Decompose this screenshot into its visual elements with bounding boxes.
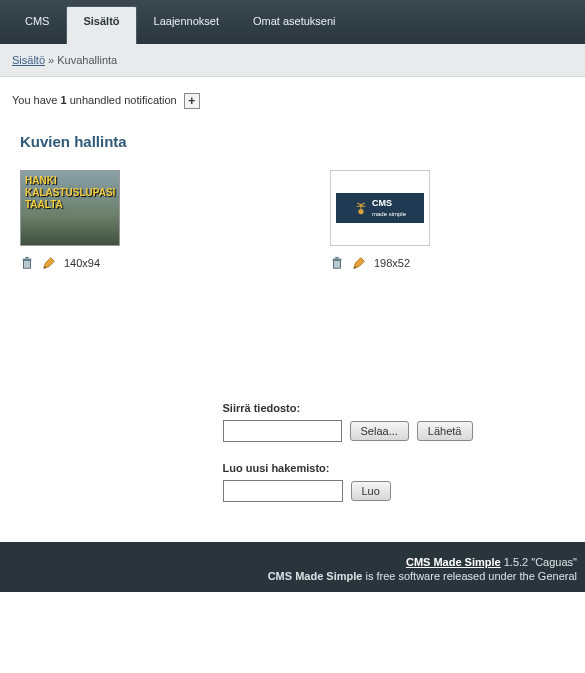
mkdir-submit-button[interactable]: Luo xyxy=(351,481,391,501)
tab-laajennokset[interactable]: Laajennokset xyxy=(137,0,236,44)
notif-expand-button[interactable]: + xyxy=(184,93,200,109)
upload-label: Siirrä tiedosto: xyxy=(223,402,473,414)
notification-bar: You have 1 unhandled notification + xyxy=(0,77,585,115)
svg-point-5 xyxy=(358,209,363,214)
thumb-item: HANKI KALASTUSLUPASI TAALTA 140x94 xyxy=(20,170,170,270)
tab-cms[interactable]: CMS xyxy=(8,0,66,44)
browse-button[interactable]: Selaa... xyxy=(350,421,409,441)
thumb-overlay-text: TAALTA xyxy=(25,199,63,210)
pencil-icon[interactable] xyxy=(42,256,56,270)
tab-sisalto[interactable]: Sisältö xyxy=(66,6,136,44)
svg-rect-6 xyxy=(334,260,341,268)
tab-omat[interactable]: Omat asetukseni xyxy=(236,0,353,44)
svg-rect-8 xyxy=(335,257,339,259)
thumb-brand: CMS xyxy=(372,198,392,208)
forms-area: Siirrä tiedosto: Selaa... Lähetä Luo uus… xyxy=(113,402,473,502)
thumb-dimensions: 140x94 xyxy=(64,257,100,269)
thumb-dimensions: 198x52 xyxy=(374,257,410,269)
breadcrumb-parent[interactable]: Sisältö xyxy=(12,54,45,66)
trash-icon[interactable] xyxy=(330,256,344,270)
footer-version: 1.5.2 "Caguas" xyxy=(501,556,577,568)
mkdir-form: Luo uusi hakemisto: Luo xyxy=(223,462,473,502)
svg-rect-0 xyxy=(24,260,31,268)
svg-rect-7 xyxy=(333,259,342,261)
dirname-input[interactable] xyxy=(223,480,343,502)
notif-prefix: You have xyxy=(12,94,61,106)
breadcrumb: Sisältö » Kuvahallinta xyxy=(0,44,585,77)
file-input[interactable] xyxy=(223,420,342,442)
palm-icon xyxy=(354,201,368,215)
footer-product-link[interactable]: CMS Made Simple xyxy=(406,556,501,568)
svg-rect-2 xyxy=(25,257,29,259)
thumb-image[interactable]: HANKI KALASTUSLUPASI TAALTA xyxy=(20,170,120,246)
mkdir-label: Luo uusi hakemisto: xyxy=(223,462,473,474)
thumb-item: CMS made simple 198x52 xyxy=(330,170,480,270)
top-nav: CMS Sisältö Laajennokset Omat asetukseni xyxy=(0,0,585,44)
trash-icon[interactable] xyxy=(20,256,34,270)
svg-marker-3 xyxy=(44,258,55,269)
notif-suffix: unhandled notification xyxy=(67,94,177,106)
image-gallery: HANKI KALASTUSLUPASI TAALTA 140x94 CMS xyxy=(0,158,585,282)
thumb-tag: made simple xyxy=(372,211,406,217)
thumb-overlay-text: HANKI xyxy=(25,175,57,186)
page-title: Kuvien hallinta xyxy=(0,115,585,158)
pencil-icon[interactable] xyxy=(352,256,366,270)
thumb-image[interactable]: CMS made simple xyxy=(330,170,430,246)
breadcrumb-current: Kuvahallinta xyxy=(57,54,117,66)
footer-license-text: is free software released under the Gene… xyxy=(362,570,577,582)
footer: CMS Made Simple 1.5.2 "Caguas" CMS Made … xyxy=(0,542,585,592)
svg-rect-1 xyxy=(23,259,32,261)
breadcrumb-sep: » xyxy=(48,54,54,66)
thumb-overlay-text: KALASTUSLUPASI xyxy=(25,187,115,198)
upload-submit-button[interactable]: Lähetä xyxy=(417,421,473,441)
footer-product-name: CMS Made Simple xyxy=(268,570,363,582)
upload-form: Siirrä tiedosto: Selaa... Lähetä xyxy=(223,402,473,442)
